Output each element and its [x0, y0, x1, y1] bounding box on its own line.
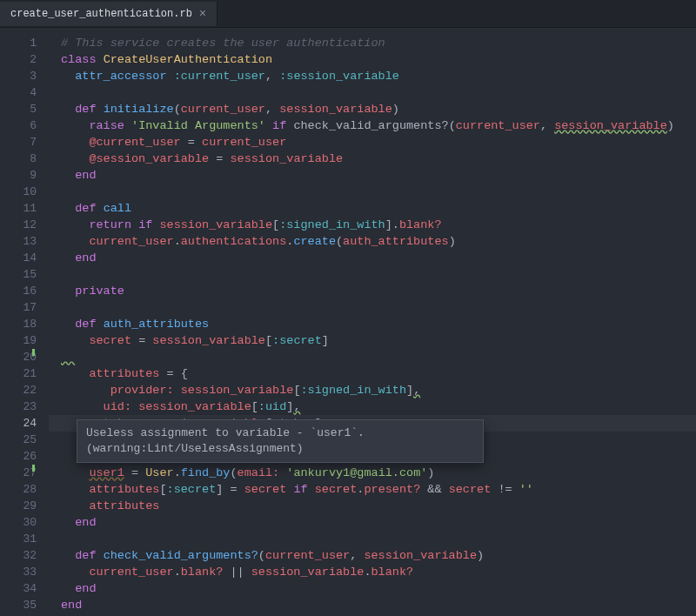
code-line: uid: session_variable[:uid],: [61, 398, 696, 415]
line-number: 29: [0, 498, 37, 514]
close-icon[interactable]: ×: [199, 8, 206, 20]
code-line: @current_user = current_user: [61, 134, 696, 151]
code-line: return if session_variable[:signed_in_wi…: [61, 217, 696, 233]
code-line: raise 'Invalid Arguments' if check_valid…: [61, 117, 696, 134]
code-line: def check_valid_arguments?(current_user,…: [61, 547, 696, 564]
change-marker-icon: [32, 349, 35, 356]
line-number: 22: [0, 382, 37, 398]
code-line: [61, 84, 696, 101]
line-number: 15: [0, 266, 37, 283]
line-number: 14: [0, 250, 37, 266]
line-number: 25: [0, 432, 37, 448]
code-line: attributes = {: [61, 365, 696, 382]
line-number-gutter: 1 2 3 4 5 6 7 8 9 10 11 12 13 14 15 16 1…: [0, 28, 49, 616]
code-line: [61, 266, 696, 283]
line-number: 31: [0, 531, 37, 547]
line-number: 24: [0, 415, 37, 432]
line-number: 32: [0, 547, 37, 564]
code-line: attributes: [61, 498, 696, 514]
line-number: 18: [0, 316, 37, 332]
code-line: [61, 184, 696, 200]
code-line: @session_variable = session_variable: [61, 151, 696, 167]
line-number: 30: [0, 514, 37, 531]
code-line: attributes[:secret] = secret if secret.p…: [61, 481, 696, 498]
code-line: private: [61, 283, 696, 299]
line-number: 10: [0, 184, 37, 200]
tab-bar: create_user_authentication.rb ×: [0, 0, 696, 28]
code-line: end: [61, 167, 696, 184]
line-number: 34: [0, 580, 37, 597]
code-line: end: [61, 597, 696, 613]
code-line: [61, 349, 696, 365]
code-line: end: [61, 514, 696, 531]
change-marker-icon: [32, 465, 35, 472]
line-number: 26: [0, 448, 37, 465]
line-number: 9: [0, 167, 37, 184]
line-number: 5: [0, 101, 37, 117]
line-number: 28: [0, 481, 37, 498]
code-line: # This service creates the user authenti…: [61, 35, 696, 51]
line-number: 16: [0, 283, 37, 299]
line-number: 23: [0, 398, 37, 415]
code-line: def call: [61, 200, 696, 217]
code-editor[interactable]: 1 2 3 4 5 6 7 8 9 10 11 12 13 14 15 16 1…: [0, 28, 696, 616]
code-line: [61, 531, 696, 547]
code-line: secret = session_variable[:secret]: [61, 332, 696, 349]
code-line: def initialize(current_user, session_var…: [61, 101, 696, 117]
file-tab[interactable]: create_user_authentication.rb ×: [0, 2, 218, 26]
line-number: 11: [0, 200, 37, 217]
code-line: end: [61, 250, 696, 266]
code-line: user1 = User.find_by(email: 'ankurvy1@gm…: [61, 465, 696, 481]
line-number: 27: [0, 465, 37, 481]
line-number: 7: [0, 134, 37, 151]
line-number: 2: [0, 51, 37, 68]
code-line: def auth_attributes: [61, 316, 696, 332]
code-line: current_user.authentications.create(auth…: [61, 233, 696, 250]
line-number: 17: [0, 299, 37, 316]
tooltip-text: Useless assignment to variable - `user1`…: [86, 426, 365, 455]
line-number: 6: [0, 117, 37, 134]
line-number: 35: [0, 597, 37, 613]
line-number: 4: [0, 84, 37, 101]
line-number: 12: [0, 217, 37, 233]
line-number: 8: [0, 151, 37, 167]
line-number: 3: [0, 68, 37, 84]
line-number: 19: [0, 332, 37, 349]
line-number: 20: [0, 349, 37, 365]
code-area[interactable]: # This service creates the user authenti…: [49, 28, 696, 616]
tab-filename: create_user_authentication.rb: [10, 8, 192, 20]
lint-tooltip: Useless assignment to variable - `user1`…: [77, 419, 484, 463]
line-number: 33: [0, 564, 37, 580]
code-line: attr_accessor :current_user, :session_va…: [61, 68, 696, 84]
code-line: [61, 299, 696, 316]
line-number: 1: [0, 35, 37, 51]
code-line: end: [61, 580, 696, 597]
code-line: current_user.blank? || session_variable.…: [61, 564, 696, 580]
line-number: 21: [0, 365, 37, 382]
line-number: 13: [0, 233, 37, 250]
code-line: provider: session_variable[:signed_in_wi…: [61, 382, 696, 398]
code-line: class CreateUserAuthentication: [61, 51, 696, 68]
